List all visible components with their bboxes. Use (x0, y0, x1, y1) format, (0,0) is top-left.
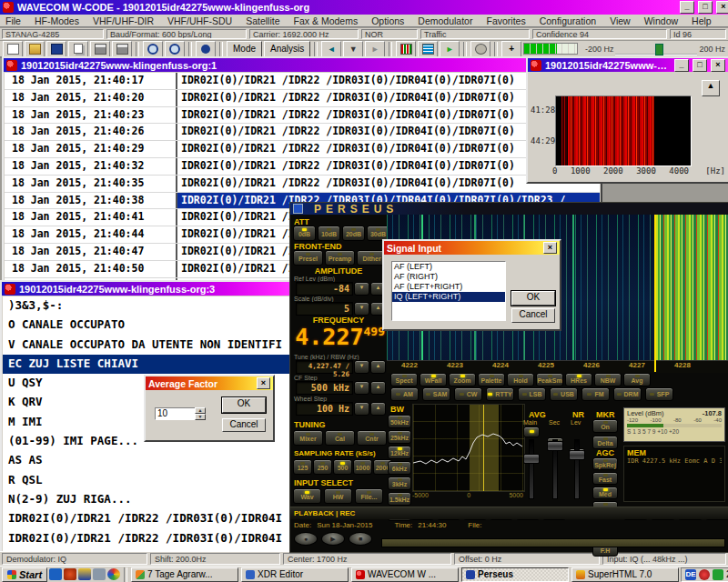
menu-item[interactable]: Fax & Modems (294, 15, 359, 26)
bw-button[interactable]: 1.5kHz (388, 492, 411, 506)
frontend-button[interactable]: Presel (293, 250, 323, 266)
spectrum-icon[interactable] (396, 41, 416, 57)
back-arrow-button[interactable]: ◄ (321, 41, 341, 57)
sampling-rate-button[interactable]: 500 (333, 459, 352, 475)
task-button[interactable]: XDR Editor (241, 567, 349, 582)
close-button[interactable]: × (711, 59, 725, 72)
menu-item[interactable]: View (610, 15, 631, 26)
hf-waterfall[interactable] (555, 95, 692, 166)
tuning-button[interactable]: Cntr (357, 430, 387, 446)
demod-mode-button[interactable]: USB (550, 387, 578, 401)
balloon-icon[interactable] (470, 41, 490, 57)
transport-button[interactable]: ● (294, 532, 318, 546)
att-button[interactable]: 10dB (318, 226, 340, 241)
demod-mode-button[interactable]: SAM (422, 387, 450, 401)
window3-titlebar[interactable]: 19012015idr42275www-klingenfuss-org:3 (2, 282, 302, 296)
menu-item[interactable]: Window (644, 15, 678, 26)
sonagram-icon[interactable] (418, 41, 438, 57)
spin-down-icon[interactable]: ▼ (195, 414, 206, 420)
print-icon[interactable] (90, 41, 110, 57)
demod-spectrum[interactable] (412, 404, 525, 492)
nr-slider-handle[interactable] (569, 450, 585, 460)
table-row[interactable]: 18 Jan 2015, 21:40:17 IDR02I(0)/IDR21 /I… (5, 73, 600, 90)
cf-down-button[interactable]: ▼ (354, 381, 369, 395)
demod-mode-button[interactable]: LSB (518, 387, 546, 401)
wheel-down-button[interactable]: ▼ (354, 402, 369, 416)
wheel-up-button[interactable]: ▲ (370, 402, 386, 416)
play-button[interactable]: ► (440, 41, 460, 57)
ok-button[interactable]: OK (511, 291, 555, 306)
factor-input[interactable]: 10 (155, 407, 197, 420)
avg-main-led-button[interactable] (523, 426, 540, 437)
bw-button[interactable]: 50kHz (388, 415, 411, 428)
sampling-rate-button[interactable]: 1000 (353, 459, 372, 475)
input-button[interactable]: Wav (293, 488, 321, 504)
close-icon[interactable]: × (543, 242, 557, 254)
cf-up-button[interactable]: ▲ (370, 381, 386, 395)
frontend-button[interactable]: Preamp (325, 250, 355, 266)
agc-button[interactable]: Fast (592, 472, 618, 485)
menu-item[interactable]: Configuration (540, 15, 596, 26)
decoder-tray-icon[interactable] (713, 569, 723, 580)
list-item[interactable]: AF (RIGHT) (392, 272, 505, 282)
menu-item[interactable]: HF-Modes (35, 15, 79, 26)
frequency-slider[interactable] (615, 43, 697, 55)
scale-down-button[interactable]: ▼ (354, 302, 369, 316)
avg-main-slider-handle[interactable] (523, 454, 540, 464)
table-row[interactable]: 18 Jan 2015, 21:40:26 IDR02I(0)/IDR21 /I… (5, 124, 600, 141)
start-button[interactable]: Start (2, 567, 47, 582)
slider-thumb[interactable] (655, 44, 663, 55)
demod-mode-button[interactable]: AM (390, 387, 419, 401)
att-button[interactable]: 20dB (342, 226, 365, 241)
tuned-frequency-marker[interactable] (654, 215, 656, 372)
avg-main-slider[interactable] (529, 439, 534, 499)
table-row[interactable]: 18 Jan 2015, 21:40:29 IDR02I(0)/IDR21 /I… (5, 141, 600, 158)
cancel-button[interactable]: Cancel (511, 308, 555, 323)
factor-spinner[interactable]: ▲ ▼ (195, 407, 206, 420)
copy-icon[interactable] (68, 41, 88, 57)
window1-titlebar[interactable]: 19012015idr42275www-klingenfuss-org:1 (4, 58, 601, 72)
find-next-icon[interactable] (165, 41, 185, 57)
frequency-display[interactable]: 4.227499 (290, 324, 385, 350)
new-document-icon[interactable] (3, 41, 23, 57)
center-marker-button[interactable]: + (501, 41, 521, 57)
maximize-button[interactable]: □ (693, 59, 707, 72)
window2-titlebar[interactable]: 19012015idr42275www-kl... _ □ × (528, 58, 728, 72)
display-button[interactable]: NBW (594, 373, 622, 386)
sampling-rate-button[interactable]: 250 (313, 459, 332, 475)
save-icon[interactable] (78, 568, 91, 580)
menu-item[interactable]: VHF/UHF-SDU (167, 15, 232, 26)
sampling-rate-button[interactable]: 125 (293, 459, 312, 475)
expand-icon[interactable]: ▲ (702, 80, 720, 96)
menu-item[interactable]: Demodulator (418, 15, 472, 26)
ok-button[interactable]: OK (222, 397, 266, 413)
display-button[interactable]: WFall (420, 373, 447, 386)
perseus-titlebar[interactable]: PERSEUS (290, 203, 728, 215)
display-button[interactable]: Hold (507, 373, 534, 386)
analysis-button[interactable]: Analysis (264, 41, 310, 57)
signal-dialog-titlebar[interactable]: Signal Input × (384, 241, 560, 255)
task-button[interactable]: WAVECOM W ... (351, 567, 459, 582)
input-button[interactable]: File... (355, 488, 383, 504)
browser-ball-icon[interactable] (107, 568, 120, 580)
demod-mode-button[interactable]: CW (454, 387, 482, 401)
antivirus-icon[interactable] (699, 569, 710, 580)
display-button[interactable]: HRes (565, 373, 592, 386)
language-indicator[interactable]: DE (685, 569, 696, 580)
bw-button[interactable]: 6kHz (388, 461, 411, 475)
avg-dialog-titlebar[interactable]: Average Factor × (146, 376, 273, 390)
minimize-button[interactable]: _ (680, 1, 694, 14)
down-arrow-button[interactable]: ▼ (343, 41, 363, 57)
display-button[interactable]: PeakSm (536, 373, 563, 386)
cancel-button[interactable]: Cancel (222, 418, 266, 432)
task-button[interactable]: 7 Tage Agrarw... (131, 567, 238, 582)
table-row[interactable]: 18 Jan 2015, 21:40:20 IDR02I(0)/IDR21 /I… (5, 90, 600, 107)
display-button[interactable]: Zoom (449, 373, 476, 386)
find-icon[interactable] (143, 41, 163, 57)
demod-mode-button[interactable]: RTTY (486, 387, 514, 401)
minimize-button[interactable]: _ (674, 59, 689, 72)
tune-down-button[interactable]: ▼ (354, 360, 369, 374)
tuning-button[interactable]: Cal (325, 430, 355, 446)
task-button[interactable]: Perseus (461, 567, 569, 582)
table-row[interactable]: 18 Jan 2015, 21:40:32 IDR02I(0)/IDR21 /I… (5, 158, 600, 176)
